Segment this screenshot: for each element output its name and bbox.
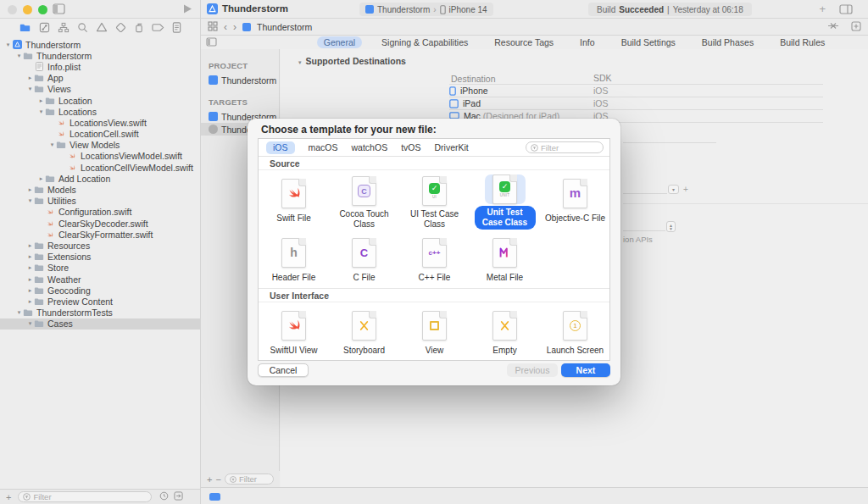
tree-item-geocoding[interactable]: ▸Geocoding: [0, 285, 200, 296]
disclosure-icon[interactable]: ▸: [26, 253, 34, 260]
template-ui-test-case-class[interactable]: ✓UIUI Test Case Class: [399, 170, 470, 230]
minimize-button[interactable]: [23, 5, 32, 14]
disclosure-icon[interactable]: ▸: [26, 264, 34, 271]
breakpoint-navigator-tab-icon[interactable]: [152, 23, 164, 32]
disclosure-icon[interactable]: ▾: [4, 42, 12, 48]
next-button[interactable]: Next: [561, 363, 610, 377]
disclosure-icon[interactable]: ▸: [26, 287, 34, 294]
symbol-navigator-tab-icon[interactable]: [58, 22, 70, 33]
disclosure-icon[interactable]: ▾: [26, 86, 34, 92]
tree-item-resources[interactable]: ▸Resources: [0, 240, 200, 251]
tab-resource-tags[interactable]: Resource Tags: [487, 36, 560, 48]
tree-item-extensions[interactable]: ▸Extensions: [0, 252, 200, 263]
code-review-icon[interactable]: [827, 21, 839, 33]
tree-item-locationcell-swift[interactable]: LocationCell.swift: [0, 129, 200, 140]
template-storyboard[interactable]: Storyboard: [329, 302, 399, 362]
tree-item-views[interactable]: ▾Views: [0, 84, 200, 95]
previous-button[interactable]: Previous: [507, 363, 558, 377]
find-navigator-tab-icon[interactable]: [77, 22, 88, 33]
popup-add-icon[interactable]: +: [683, 185, 688, 194]
destination-name[interactable]: iPhone 14: [449, 5, 487, 14]
cancel-button[interactable]: Cancel: [258, 363, 309, 377]
tree-item-preview-content[interactable]: ▸Preview Content: [0, 296, 200, 307]
tree-item-location[interactable]: ▸Location: [0, 95, 200, 106]
debug-area-toggle-icon[interactable]: [209, 493, 220, 501]
scheme-destination-picker[interactable]: Thunderstorm › iPhone 14: [359, 3, 493, 16]
tree-item-thunderstorm[interactable]: ▾Thunderstorm: [0, 39, 200, 50]
tree-item-locations[interactable]: ▾Locations: [0, 106, 200, 117]
source-control-status-icon[interactable]: [174, 491, 183, 502]
stepper-control[interactable]: ▲▼: [666, 221, 676, 232]
library-plus-button[interactable]: +: [819, 3, 826, 15]
tree-item-view-models[interactable]: ▾View Models: [0, 140, 200, 151]
platform-tab-tvos[interactable]: tvOS: [401, 142, 420, 152]
template-filter-field[interactable]: Filter: [526, 141, 604, 153]
jumpbar-project-name[interactable]: Thunderstorm: [257, 22, 312, 32]
close-button[interactable]: [8, 5, 17, 14]
tree-item-clearskydecoder-swift[interactable]: ClearSkyDecoder.swift: [0, 218, 200, 229]
template-unit-test-case-class[interactable]: ✓UNITUnit Test Case Class: [470, 170, 540, 230]
tab-general[interactable]: General: [317, 36, 362, 48]
tree-item-thunderstorm[interactable]: ▾Thunderstorm: [0, 50, 200, 61]
template-view[interactable]: View: [399, 302, 470, 362]
issue-navigator-tab-icon[interactable]: [96, 22, 108, 32]
related-items-icon[interactable]: [208, 21, 218, 33]
targets-filter-field[interactable]: Filter: [225, 474, 274, 485]
tree-item-store[interactable]: ▸Store: [0, 263, 200, 274]
forward-button[interactable]: ›: [233, 21, 236, 33]
platform-tab-macos[interactable]: macOS: [309, 142, 338, 152]
disclosure-icon[interactable]: ▾: [37, 108, 45, 115]
add-target-button[interactable]: +: [207, 474, 212, 485]
zoom-button[interactable]: [38, 5, 47, 14]
disclosure-icon[interactable]: ▾: [26, 197, 34, 204]
template-empty[interactable]: Empty: [470, 302, 540, 362]
disclosure-icon[interactable]: ▸: [26, 298, 34, 305]
source-control-tab-icon[interactable]: [39, 22, 50, 33]
back-button[interactable]: ‹: [224, 21, 227, 33]
template-header-file[interactable]: hHeader File: [259, 230, 329, 289]
template-cocoa-touch-class[interactable]: CCocoa Touch Class: [329, 170, 399, 230]
disclosure-icon[interactable]: ▾: [15, 53, 23, 59]
add-editor-icon[interactable]: [851, 21, 861, 33]
tree-item-utilities[interactable]: ▾Utilities: [0, 196, 200, 207]
destination-row-iphone[interactable]: iPhoneiOS: [449, 85, 823, 97]
tab-info[interactable]: Info: [573, 36, 602, 48]
supported-destinations-header[interactable]: ▾Supported Destinations: [298, 56, 406, 66]
platform-tab-watchos[interactable]: watchOS: [352, 142, 388, 152]
disclosure-icon[interactable]: ▸: [37, 175, 45, 182]
tree-item-cases[interactable]: ▾Cases: [0, 318, 200, 330]
run-button[interactable]: [182, 3, 192, 16]
template-swiftui-view[interactable]: SwiftUI View: [259, 302, 329, 362]
disclosure-icon[interactable]: ▸: [37, 97, 45, 104]
platform-tab-ios[interactable]: iOS: [266, 141, 295, 154]
project-row[interactable]: Thunderstorm: [201, 74, 279, 86]
tab-build-phases[interactable]: Build Phases: [695, 36, 760, 48]
tree-item-weather[interactable]: ▸Weather: [0, 274, 200, 285]
tree-item-thunderstormtests[interactable]: ▾ThunderstormTests: [0, 307, 200, 318]
inspector-toggle-icon[interactable]: [839, 4, 853, 16]
tree-item-locationsview-swift[interactable]: LocationsView.swift: [0, 117, 200, 128]
scheme-name[interactable]: Thunderstorm: [377, 5, 430, 14]
tree-item-models[interactable]: ▸Models: [0, 184, 200, 195]
platform-tab-driverkit[interactable]: DriverKit: [434, 142, 468, 152]
disclosure-icon[interactable]: ▸: [26, 186, 34, 193]
popup-chevron-icon[interactable]: ▾: [668, 185, 679, 194]
sidebar-toggle-icon[interactable]: [53, 3, 65, 16]
add-file-button[interactable]: +: [6, 492, 11, 502]
recent-files-icon[interactable]: [159, 491, 169, 502]
disclosure-icon[interactable]: ▸: [26, 276, 34, 283]
template-launch-screen[interactable]: 1Launch Screen: [540, 302, 610, 362]
tab-build-rules[interactable]: Build Rules: [773, 36, 832, 48]
debug-navigator-tab-icon[interactable]: [134, 22, 144, 33]
template-objective-c-file[interactable]: mObjective-C File: [540, 170, 610, 230]
tree-item-configuration-swift[interactable]: Configuration.swift: [0, 207, 200, 218]
template-c-file[interactable]: CC File: [329, 230, 399, 289]
disclosure-icon[interactable]: ▸: [26, 75, 34, 81]
template-metal-file[interactable]: Metal File: [470, 230, 540, 289]
tree-item-add-location[interactable]: ▸Add Location: [0, 173, 200, 184]
tree-item-locationsviewmodel-swift[interactable]: LocationsViewModel.swift: [0, 151, 200, 162]
tree-item-locationcellviewmodel-swift[interactable]: LocationCellViewModel.swift: [0, 162, 200, 173]
project-panel-toggle-icon[interactable]: [206, 37, 217, 48]
disclosure-icon[interactable]: ▾: [48, 141, 56, 148]
template-swift-file[interactable]: Swift File: [259, 170, 329, 230]
